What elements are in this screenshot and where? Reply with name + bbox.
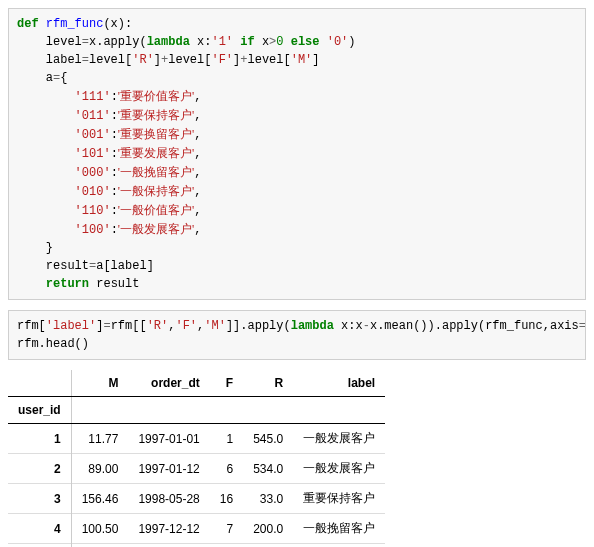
pad — [17, 204, 75, 218]
cell-F: 16 — [210, 484, 243, 514]
cell-F: 6 — [210, 454, 243, 484]
t: x — [262, 35, 269, 49]
corner-cell — [8, 370, 71, 397]
dict-key: '100' — [75, 223, 111, 237]
t: a[label] — [96, 259, 154, 273]
dict-key: '110' — [75, 204, 111, 218]
kw-if: if — [233, 35, 262, 49]
table-row: 4 100.50 1997-12-12 7 200.0 一般挽留客户 — [8, 514, 385, 544]
cell-R: 200.0 — [243, 514, 293, 544]
pad — [17, 166, 75, 180]
cell-dt: 1997-01-12 — [128, 454, 209, 484]
t: ) — [348, 35, 355, 49]
op: = — [82, 53, 89, 67]
pad — [17, 223, 75, 237]
pad — [17, 185, 75, 199]
t: a — [17, 71, 53, 85]
cell-dt: 1997-01-01 — [128, 424, 209, 454]
t: level[ — [247, 53, 290, 67]
str: '1' — [211, 35, 233, 49]
t: , — [194, 204, 201, 218]
dict-val: '重要换留客户' — [118, 127, 194, 141]
output-table: M order_dt F R label user_id 1 11.77 199… — [8, 370, 586, 547]
t: , — [194, 223, 201, 237]
t: , — [194, 147, 201, 161]
dataframe-table: M order_dt F R label user_id 1 11.77 199… — [8, 370, 385, 547]
op: = — [579, 319, 586, 333]
row-id: 3 — [8, 484, 71, 514]
code-cell-1: def rfm_func(x): level=x.apply(lambda x:… — [8, 8, 586, 300]
kw-return: return — [46, 277, 89, 291]
t: , — [194, 90, 201, 104]
t: rfm[ — [17, 319, 46, 333]
row-id: 4 — [8, 514, 71, 544]
cell-F: 1 — [210, 424, 243, 454]
cell-M: 156.46 — [71, 484, 128, 514]
cell-F: 29 — [210, 544, 243, 548]
col-M: M — [71, 370, 128, 397]
cell-R: 178.0 — [243, 544, 293, 548]
t: level — [17, 35, 82, 49]
cell-R: 33.0 — [243, 484, 293, 514]
table-header-row: M order_dt F R label — [8, 370, 385, 397]
cell-M: 11.77 — [71, 424, 128, 454]
t: ] — [312, 53, 319, 67]
t: x:x — [334, 319, 363, 333]
t: ]].apply( — [226, 319, 291, 333]
t: : — [111, 90, 118, 104]
cell-R: 545.0 — [243, 424, 293, 454]
row-id: 2 — [8, 454, 71, 484]
t: , — [194, 185, 201, 199]
t: result — [17, 259, 89, 273]
kw-def: def — [17, 17, 39, 31]
str: 'M' — [291, 53, 313, 67]
dict-val: '重要价值客户' — [118, 89, 194, 103]
t: : — [111, 128, 118, 142]
str: 'F' — [211, 53, 233, 67]
col-order-dt: order_dt — [128, 370, 209, 397]
table-row: 3 156.46 1998-05-28 16 33.0 重要保持客户 — [8, 484, 385, 514]
fn-name: rfm_func — [46, 17, 104, 31]
t: x.apply( — [89, 35, 147, 49]
dict-val: '一般挽留客户' — [118, 165, 194, 179]
t: : — [111, 185, 118, 199]
t: : — [111, 109, 118, 123]
row-id: 5 — [8, 544, 71, 548]
pad — [17, 90, 75, 104]
kw-lambda: lambda — [147, 35, 190, 49]
dict-key: '011' — [75, 109, 111, 123]
index-label-row: user_id — [8, 397, 385, 424]
cell-M: 89.00 — [71, 454, 128, 484]
str: 'M' — [204, 319, 226, 333]
t: rfm[[ — [111, 319, 147, 333]
dict-key: '101' — [75, 147, 111, 161]
kw-else: else — [283, 35, 326, 49]
t: : — [111, 147, 118, 161]
t: { — [60, 71, 67, 85]
cell-label: 一般发展客户 — [293, 424, 385, 454]
t: , — [194, 128, 201, 142]
cell-label: 重要保持客户 — [293, 544, 385, 548]
cell-dt: 1998-05-28 — [128, 484, 209, 514]
str: 'R' — [132, 53, 154, 67]
dict-key: '000' — [75, 166, 111, 180]
t: result — [89, 277, 139, 291]
code-cell-2: rfm['label']=rfm[['R','F','M']].apply(la… — [8, 310, 586, 360]
col-F: F — [210, 370, 243, 397]
table-row: 1 11.77 1997-01-01 1 545.0 一般发展客户 — [8, 424, 385, 454]
pad — [17, 109, 75, 123]
cell-dt: 1998-01-03 — [128, 544, 209, 548]
col-R: R — [243, 370, 293, 397]
fn-params: (x): — [103, 17, 132, 31]
str: 'R' — [147, 319, 169, 333]
t: : — [111, 166, 118, 180]
t: rfm.head() — [17, 337, 89, 351]
str: 'label' — [46, 319, 96, 333]
t: , — [194, 166, 201, 180]
t: x.mean()).apply(rfm_func,axis — [370, 319, 579, 333]
dict-val: '一般发展客户' — [118, 222, 194, 236]
t: : — [111, 204, 118, 218]
cell-dt: 1997-12-12 — [128, 514, 209, 544]
pad — [17, 128, 75, 142]
dict-val: '重要保持客户' — [118, 108, 194, 122]
